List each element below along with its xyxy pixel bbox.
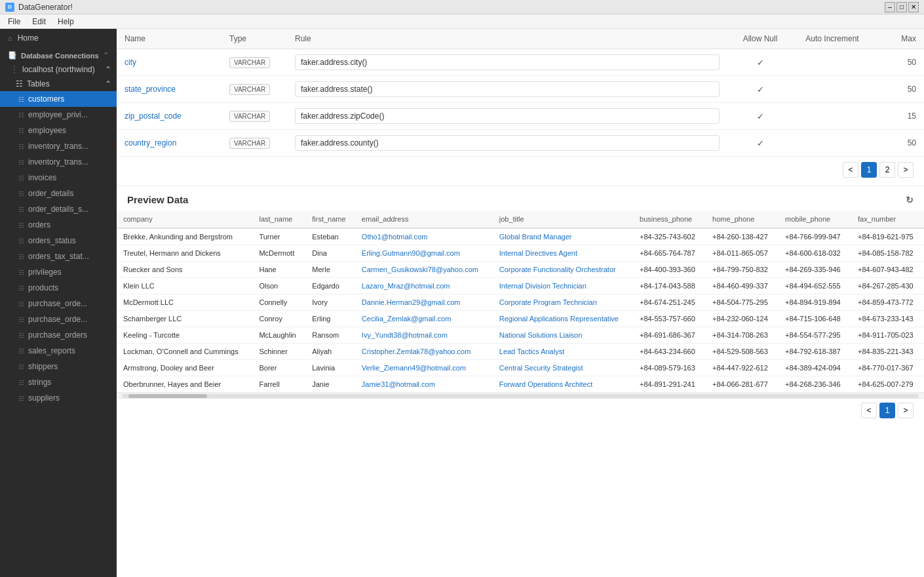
- preview-cell-first_name: Aliyah: [305, 344, 355, 360]
- menubar: File Edit Help: [0, 14, 924, 29]
- rule-input[interactable]: [295, 81, 720, 97]
- col-header-type: Type: [221, 29, 287, 49]
- minimize-button[interactable]: –: [885, 2, 895, 12]
- sidebar-table-item-inventory-trans---[interactable]: ☷inventory_trans...: [0, 138, 117, 154]
- table-icon: ☷: [18, 253, 24, 260]
- preview-cell-first_name: Esteban: [305, 228, 355, 245]
- table-icon: ☷: [18, 206, 24, 213]
- titlebar-controls[interactable]: – □ ✕: [885, 2, 919, 12]
- restore-button[interactable]: □: [896, 2, 907, 12]
- preview-header: Preview Data ↻: [117, 186, 924, 210]
- sidebar-table-item-orders-tax-stat---[interactable]: ☷orders_tax_stat...: [0, 249, 117, 264]
- table-icon: ☷: [18, 111, 24, 119]
- sidebar-table-item-sales-reports[interactable]: ☷sales_reports: [0, 343, 117, 359]
- tables-collapse-icon: ⌃: [105, 79, 111, 89]
- refresh-icon[interactable]: ↻: [906, 195, 914, 205]
- table-icon: ☷: [18, 348, 24, 355]
- max-value: 15: [872, 103, 924, 130]
- sidebar-table-item-customers[interactable]: ☷customers: [0, 91, 117, 107]
- menu-file[interactable]: File: [3, 16, 26, 28]
- horizontal-scrollbar[interactable]: [117, 393, 924, 398]
- preview-cell-fax_number: +84-673-233-143: [851, 311, 924, 327]
- preview-col-job_title: job_title: [493, 210, 633, 228]
- sidebar-table-item-purchase-orde---[interactable]: ☷purchase_orde...: [0, 296, 117, 311]
- sidebar-table-item-orders[interactable]: ☷orders: [0, 217, 117, 233]
- sidebar-table-item-order-details-s---[interactable]: ☷order_details_s...: [0, 201, 117, 217]
- close-button[interactable]: ✕: [908, 2, 919, 12]
- preview-cell-company: Ruecker and Sons: [117, 262, 252, 278]
- preview-pagination: < 1 >: [117, 398, 924, 422]
- collapse-icon[interactable]: ⌃: [103, 51, 109, 60]
- table-name: products: [28, 283, 58, 292]
- field-name-link[interactable]: country_region: [125, 138, 176, 148]
- sidebar-item-home[interactable]: ⌂ Home: [0, 29, 117, 47]
- preview-cell-email_address: Verlie_Ziemann49@hotmail.com: [355, 360, 493, 376]
- table-name: suppliers: [28, 393, 60, 403]
- sidebar-tables-header[interactable]: ☷ Tables ⌃: [0, 77, 117, 91]
- sidebar-table-item-shippers[interactable]: ☷shippers: [0, 359, 117, 374]
- preview-cell-home_phone: +84-504-775-295: [706, 294, 779, 311]
- preview-cell-email_address: Otho1@hotmail.com: [355, 228, 493, 245]
- schema-row: state_province VARCHAR ✓ 50: [117, 76, 924, 103]
- preview-section: Preview Data ↻ companylast_namefirst_nam…: [117, 186, 924, 422]
- preview-col-business_phone: business_phone: [633, 210, 706, 228]
- preview-table-row: Ruecker and SonsHaneMerleCarmen_Gusikows…: [117, 262, 924, 278]
- schema-page-1-btn[interactable]: 1: [861, 162, 877, 178]
- preview-table-row: Klein LLCOlsonEdgardoLazaro_Mraz@hotmail…: [117, 278, 924, 294]
- rule-input[interactable]: [295, 108, 720, 124]
- sidebar-table-item-employees[interactable]: ☷employees: [0, 123, 117, 138]
- field-name-link[interactable]: state_province: [125, 85, 176, 94]
- preview-cell-job_title: National Solutions Liaison: [493, 327, 633, 344]
- table-icon: ☷: [18, 190, 24, 197]
- preview-table-row: McDermott LLCConnellyIvoryDannie.Herman2…: [117, 294, 924, 311]
- table-icon: ☷: [18, 143, 24, 150]
- sidebar-table-item-privileges[interactable]: ☷privileges: [0, 264, 117, 280]
- sidebar: ⌂ Home 📑 Database Connections ⌃ ⋮ localh…: [0, 29, 117, 577]
- sidebar-table-item-order-details[interactable]: ☷order_details: [0, 186, 117, 201]
- field-name-link[interactable]: city: [125, 58, 136, 67]
- preview-cell-email_address: Cecilia_Zemlak@gmail.com: [355, 311, 493, 327]
- table-name: orders_status: [28, 236, 76, 245]
- rule-input[interactable]: [295, 135, 720, 151]
- menu-edit[interactable]: Edit: [27, 16, 51, 28]
- allow-null-check: ✓: [757, 111, 764, 121]
- sidebar-table-item-purchase-orde---[interactable]: ☷purchase_orde...: [0, 311, 117, 327]
- sidebar-table-item-strings[interactable]: ☷strings: [0, 374, 117, 390]
- sidebar-table-item-inventory-trans---[interactable]: ☷inventory_trans...: [0, 154, 117, 170]
- preview-next-btn[interactable]: >: [898, 403, 914, 418]
- preview-cell-fax_number: +84-625-007-279: [851, 376, 924, 393]
- menu-help[interactable]: Help: [52, 16, 79, 28]
- preview-cell-home_phone: +84-460-499-337: [706, 278, 779, 294]
- preview-prev-btn[interactable]: <: [861, 403, 877, 418]
- schema-next-btn[interactable]: >: [898, 162, 914, 178]
- preview-cell-first_name: Ransom: [305, 327, 355, 344]
- sidebar-table-item-purchase-orders[interactable]: ☷purchase_orders: [0, 327, 117, 343]
- sidebar-table-item-employee-privi---[interactable]: ☷employee_privi...: [0, 107, 117, 123]
- table-name: sales_reports: [28, 346, 75, 355]
- schema-prev-btn[interactable]: <: [843, 162, 858, 178]
- sidebar-table-item-suppliers[interactable]: ☷suppliers: [0, 390, 117, 406]
- preview-cell-job_title: Central Security Strategist: [493, 360, 633, 376]
- field-name-link[interactable]: zip_postal_code: [125, 111, 182, 121]
- table-name: purchase_orders: [28, 330, 87, 340]
- table-icon: ☷: [18, 96, 24, 103]
- max-value: 50: [872, 49, 924, 76]
- schema-page-2-btn[interactable]: 2: [879, 162, 895, 178]
- rule-input[interactable]: [295, 54, 720, 70]
- preview-table-row: Schamberger LLCConroyErlingCecilia_Zemla…: [117, 311, 924, 327]
- preview-cell-home_phone: +84-799-750-832: [706, 262, 779, 278]
- sidebar-connection[interactable]: ⋮ localhost (northwind) ⌃: [0, 62, 117, 77]
- preview-cell-home_phone: +84-529-508-563: [706, 344, 779, 360]
- preview-cell-email_address: Ivy_Yundt38@hotmail.com: [355, 327, 493, 344]
- scrollbar-thumb[interactable]: [128, 394, 207, 398]
- preview-col-mobile_phone: mobile_phone: [779, 210, 851, 228]
- table-name: customers: [28, 94, 64, 104]
- preview-page-1-btn[interactable]: 1: [879, 403, 895, 418]
- tables-label: Tables: [27, 79, 50, 89]
- sidebar-table-item-orders-status[interactable]: ☷orders_status: [0, 233, 117, 249]
- type-badge: VARCHAR: [229, 111, 270, 122]
- preview-cell-business_phone: +84-553-757-660: [633, 311, 706, 327]
- sidebar-table-item-products[interactable]: ☷products: [0, 280, 117, 296]
- sidebar-table-item-invoices[interactable]: ☷invoices: [0, 170, 117, 186]
- table-icon: ☷: [18, 285, 24, 292]
